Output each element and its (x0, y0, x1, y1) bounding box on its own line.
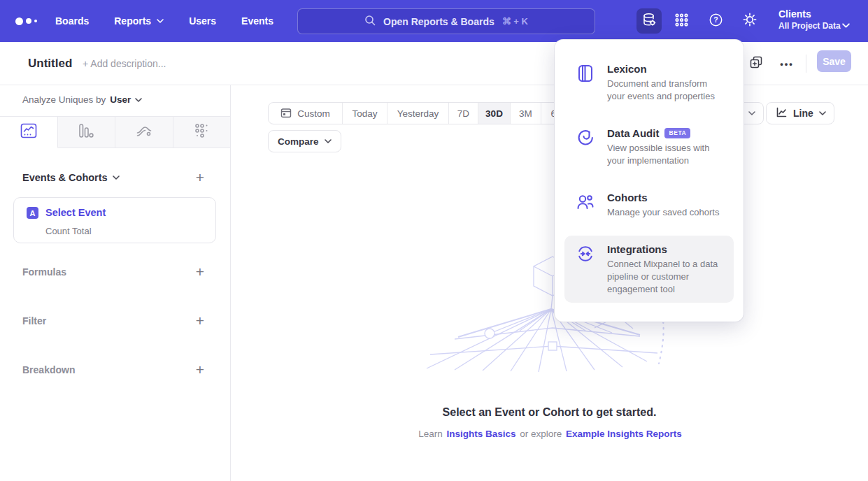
add-event-button[interactable]: + (196, 171, 204, 184)
settings-button[interactable] (737, 8, 762, 34)
gear-icon (742, 12, 757, 30)
tab-line-chart[interactable] (0, 116, 58, 148)
chevron-down-icon (842, 18, 850, 31)
add-breakdown-button[interactable]: + (196, 364, 204, 376)
empty-state-title: Select an Event or Cohort to get started… (231, 406, 868, 419)
top-navbar: Boards Reports Users Events Open Reports… (0, 0, 868, 42)
copy-plus-icon (749, 55, 764, 73)
chevron-down-icon (748, 111, 755, 115)
range-7d[interactable]: 7D (449, 103, 478, 124)
nav-users[interactable]: Users (189, 15, 216, 27)
add-formula-button[interactable]: + (196, 266, 204, 278)
chevron-down-icon (113, 175, 120, 180)
chevron-down-icon (135, 98, 142, 102)
nav-reports[interactable]: Reports (114, 15, 164, 27)
range-today[interactable]: Today (343, 103, 387, 124)
menu-item-description: Document and transform your events and p… (607, 78, 724, 103)
global-search-bar[interactable]: Open Reports & Boards ⌘ + K (297, 8, 595, 34)
report-canvas: Custom Today Yesterday 7D 30D 3M 6M Comp… (231, 85, 868, 481)
menu-item-cohorts[interactable]: Cohorts Manage your saved cohorts (564, 184, 734, 226)
events-cohorts-header: Events & Cohorts + (22, 171, 204, 184)
add-filter-button[interactable]: + (196, 315, 204, 327)
breakdown-row: Breakdown + (22, 364, 204, 376)
project-switcher[interactable]: Clients All Project Data (778, 8, 841, 31)
project-name: All Project Data (778, 20, 841, 31)
metrics-grid-icon (193, 122, 210, 142)
range-3m[interactable]: 3M (511, 103, 541, 124)
count-total-label: Count Total (45, 226, 92, 236)
tab-bar-chart[interactable] (58, 116, 116, 148)
database-gear-icon (641, 12, 657, 30)
search-shortcut: ⌘ + K (502, 16, 528, 27)
or-explore-text: or explore (520, 429, 562, 439)
flow-icon (136, 122, 152, 142)
line-chart-icon (776, 106, 788, 120)
line-chart-icon (20, 123, 37, 141)
duplicate-button[interactable] (748, 55, 764, 72)
events-cohorts-toggle[interactable]: Events & Cohorts (22, 172, 120, 183)
example-reports-link[interactable]: Example Insights Reports (566, 429, 682, 439)
lexicon-book-icon (576, 62, 597, 103)
beta-badge: BETA (664, 128, 690, 138)
bar-chart-icon (78, 122, 94, 142)
analyze-value-dropdown[interactable]: User (110, 94, 142, 105)
mixpanel-insights-app: Boards Reports Users Events Open Reports… (0, 0, 868, 481)
integrations-sync-icon (576, 243, 597, 296)
analyze-label: Analyze Uniques by (22, 94, 106, 105)
chevron-down-icon (819, 111, 826, 115)
save-button[interactable]: Save (817, 50, 851, 72)
add-description-field[interactable]: + Add description... (83, 58, 166, 69)
cohorts-people-icon (576, 191, 597, 219)
menu-item-title: Lexicon (607, 62, 647, 76)
more-options-button[interactable]: ••• (778, 55, 795, 72)
chevron-down-icon (157, 19, 164, 23)
menu-item-description: Connect Mixpanel to a data pipeline or c… (607, 258, 724, 296)
menu-item-title: Integrations (607, 243, 667, 256)
event-letter-badge: A (27, 207, 38, 219)
mixpanel-logo[interactable] (15, 17, 37, 25)
date-range-control: Custom Today Yesterday 7D 30D 3M 6M (268, 102, 574, 124)
chart-type-tabs (0, 116, 230, 148)
chevron-down-icon (325, 139, 332, 143)
select-event-card[interactable]: A Select Event Count Total (13, 197, 216, 243)
menu-item-title: Cohorts (607, 191, 648, 204)
grid-dots-icon (674, 13, 689, 30)
data-management-button[interactable] (636, 8, 662, 34)
filter-row: Filter + (22, 315, 204, 327)
compare-dropdown[interactable]: Compare (268, 130, 341, 152)
range-yesterday[interactable]: Yesterday (387, 103, 449, 124)
range-custom[interactable]: Custom (269, 103, 343, 124)
header-divider (806, 55, 806, 73)
range-30d[interactable]: 30D (478, 103, 511, 124)
search-icon (364, 15, 376, 29)
tab-flow-chart[interactable] (115, 116, 173, 148)
calendar-icon (280, 107, 292, 120)
nav-boards[interactable]: Boards (55, 15, 89, 27)
analyze-by-row: Analyze Uniques by User (22, 94, 142, 105)
menu-item-data-audit[interactable]: Data Audit BETA View possible issues wit… (564, 120, 734, 174)
menu-item-lexicon[interactable]: Lexicon Document and transform your even… (564, 55, 734, 110)
empty-state-subtitle: Learn Insights Basics or explore Example… (231, 429, 868, 439)
report-title: Untitled (28, 57, 72, 71)
menu-item-description: View possible issues with your implement… (607, 142, 724, 167)
tab-metrics-grid[interactable] (173, 116, 231, 148)
query-builder-sidebar: Analyze Uniques by User Events & Cohorts (0, 85, 231, 481)
data-management-menu: Lexicon Document and transform your even… (555, 40, 744, 322)
question-mark-icon: ? (709, 13, 723, 30)
ellipsis-icon: ••• (780, 59, 794, 69)
menu-item-integrations[interactable]: Integrations Connect Mixpanel to a data … (564, 236, 734, 303)
apps-grid-button[interactable] (669, 8, 694, 34)
svg-text:?: ? (713, 15, 718, 24)
data-audit-spiral-icon (576, 127, 597, 167)
org-name: Clients (778, 8, 841, 20)
select-event-label: Select Event (45, 207, 106, 218)
insights-basics-link[interactable]: Insights Basics (446, 429, 515, 439)
nav-events[interactable]: Events (241, 15, 273, 27)
chart-style-dropdown[interactable]: Line (766, 102, 834, 124)
help-button[interactable]: ? (703, 8, 728, 34)
search-placeholder: Open Reports & Boards (383, 16, 495, 27)
menu-item-description: Manage your saved cohorts (607, 206, 719, 219)
formulas-row: Formulas + (22, 266, 204, 278)
learn-prefix: Learn (418, 429, 443, 439)
menu-item-title: Data Audit (607, 127, 659, 140)
